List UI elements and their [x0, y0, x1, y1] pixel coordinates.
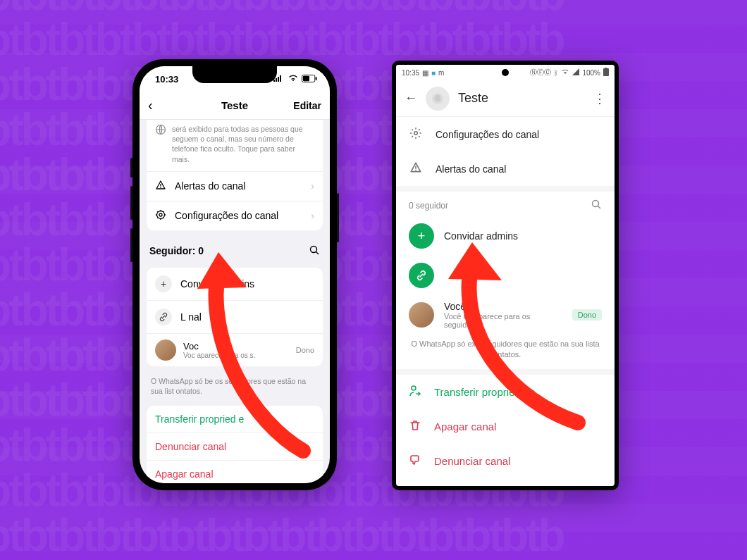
followers-count: Seguidor: 0	[149, 245, 204, 256]
invite-admins-row[interactable]: + Convidar admins	[396, 216, 615, 256]
invite-admins-label: Convidar admins	[444, 230, 518, 242]
status-time: 10:33	[155, 74, 178, 85]
iphone-side-button	[337, 193, 339, 242]
iphone-frame: 10:33 ‹ Teste Editar	[132, 59, 337, 490]
background	[0, 0, 747, 560]
actions-card: Transferir propried e Denunciar canal Ap…	[147, 406, 323, 483]
ios-navbar: ‹ Teste Editar	[140, 92, 330, 120]
svg-rect-2	[278, 77, 279, 82]
delete-channel-row[interactable]: Apagar canal	[147, 460, 323, 483]
channel-alerts-label: Alertas do canal	[436, 163, 506, 175]
channel-settings-label: Configurações do canal	[436, 129, 539, 140]
bluetooth-icon: ᛒ	[554, 69, 558, 77]
transfer-ownership-label: Transferir propried e	[155, 413, 244, 425]
plus-icon: +	[409, 223, 434, 249]
channel-link-label	[444, 270, 447, 281]
globe-icon	[155, 124, 166, 164]
battery-icon	[603, 68, 609, 77]
report-channel-row[interactable]: Denunciar canal	[396, 444, 615, 478]
iphone-side-button	[130, 186, 132, 220]
report-channel-label: Denunciar canal	[434, 455, 510, 467]
trash-icon	[409, 419, 421, 434]
member-subtext: Você nã aparece para os seguidores.	[444, 312, 562, 329]
android-toolbar: ← Teste ⋮	[396, 80, 615, 117]
edit-button[interactable]: Editar	[293, 100, 321, 111]
iphone-screen: 10:33 ‹ Teste Editar	[140, 66, 330, 483]
transfer-ownership-label: Transferir proprieda e	[434, 386, 536, 398]
chevron-right-icon: ›	[311, 180, 314, 192]
delete-channel-label: Apagar canal	[434, 421, 496, 433]
svg-line-21	[598, 206, 601, 209]
link-icon	[409, 263, 434, 288]
delete-channel-label: Apagar canal	[155, 468, 214, 480]
battery-text: 100%	[582, 69, 600, 77]
avatar	[409, 302, 434, 328]
followers-count: 0 seguidor	[409, 201, 448, 211]
page-title: Teste	[221, 99, 248, 111]
page-title: Teste	[458, 91, 488, 106]
svg-point-17	[414, 132, 418, 135]
iphone-side-button	[130, 228, 132, 262]
followers-note: O WhatsApp só be os seguidores que estão…	[140, 372, 330, 400]
iphone-notch	[192, 66, 277, 83]
transfer-ownership-row[interactable]: Transferir proprieda e	[396, 375, 615, 409]
followers-card: + Convidar admins L nal Voc Voc aparece …	[147, 268, 323, 366]
nfc-icon: ⓃⒻⒸ	[530, 68, 551, 77]
status-indicator-icon: ▦	[422, 69, 428, 77]
svg-point-19	[415, 170, 416, 171]
search-button[interactable]	[309, 244, 320, 258]
svg-rect-6	[316, 77, 317, 80]
svg-point-11	[159, 213, 162, 216]
svg-line-13	[316, 251, 319, 254]
chevron-right-icon: ›	[311, 210, 314, 221]
report-channel-row[interactable]: Denunciar canal	[147, 433, 323, 460]
svg-point-12	[311, 246, 317, 252]
followers-header: Seguidor: 0	[140, 236, 330, 262]
thumbs-down-icon	[409, 454, 421, 468]
member-row-you[interactable]: Voc Voc aparece para os s. Dono	[147, 333, 323, 366]
svg-rect-3	[280, 75, 281, 82]
report-channel-label: Denunciar canal	[155, 441, 226, 452]
member-row-you[interactable]: Você Você nã aparece para os seguidores.…	[396, 295, 615, 335]
svg-point-10	[157, 211, 165, 218]
followers-note: O WhatsApp só exib seguidores que estão …	[396, 335, 615, 369]
iphone-side-button	[130, 158, 132, 178]
android-screen: 10:35 ▦ ■ m ⓃⒻⒸ ᛒ 100% ←	[396, 65, 615, 486]
avatar	[155, 340, 176, 361]
channel-alerts-row[interactable]: Alertas do canal	[396, 151, 615, 186]
channel-settings-label: Configurações do canal	[175, 210, 278, 221]
member-name: Você	[444, 301, 562, 312]
android-punchhole	[502, 69, 509, 76]
info-text: será exibido para todas as pessoas que s…	[172, 124, 314, 164]
search-button[interactable]	[591, 199, 602, 212]
transfer-ownership-row[interactable]: Transferir propried e	[147, 406, 323, 433]
signal-icon	[572, 68, 579, 77]
invite-admins-row[interactable]: + Convidar admins	[147, 268, 323, 300]
owner-badge: Dono	[572, 309, 602, 321]
channel-settings-row[interactable]: Configurações do canal	[396, 117, 615, 151]
svg-point-9	[160, 187, 161, 188]
more-options-button[interactable]: ⋮	[593, 91, 606, 106]
gear-icon	[409, 127, 423, 142]
channel-link-row[interactable]	[396, 256, 615, 295]
svg-rect-1	[276, 78, 277, 82]
svg-rect-14	[603, 68, 609, 76]
svg-point-22	[412, 386, 416, 390]
channel-link-row[interactable]: L nal	[147, 300, 323, 333]
delete-channel-row[interactable]: Apagar canal	[396, 409, 615, 444]
channel-alerts-label: Alertas do canal	[175, 180, 245, 192]
channel-settings-row[interactable]: Configurações do canal ›	[147, 201, 323, 230]
channel-privacy-info[interactable]: será exibido para todas as pessoas que s…	[147, 120, 323, 171]
status-time: 10:35	[402, 69, 419, 77]
status-indicator-icon: ■	[431, 69, 436, 77]
invite-admins-label: Convidar admins	[180, 278, 254, 290]
channel-alerts-row[interactable]: Alertas do canal ›	[147, 171, 323, 201]
back-button[interactable]: ←	[405, 91, 417, 106]
plus-icon: +	[155, 275, 172, 292]
info-card: será exibido para todas as pessoas que s…	[147, 120, 323, 230]
owner-tag: Dono	[296, 346, 314, 354]
divider	[396, 186, 615, 192]
status-indicator-icon: m	[438, 69, 444, 77]
channel-avatar[interactable]	[426, 87, 450, 111]
back-button[interactable]: ‹	[148, 97, 153, 113]
